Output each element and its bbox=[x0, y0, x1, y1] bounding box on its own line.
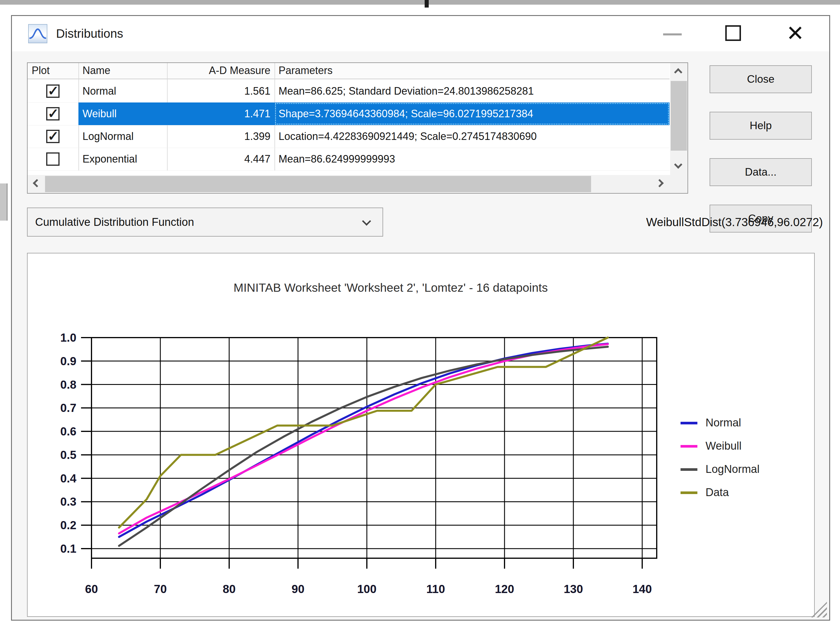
row-divider bbox=[28, 170, 669, 171]
distribution-name: Weibull bbox=[82, 102, 165, 125]
scroll-left-button[interactable] bbox=[28, 175, 44, 193]
legend-item-data: Data bbox=[681, 482, 808, 506]
maximize-button[interactable] bbox=[723, 23, 743, 43]
svg-text:0.6: 0.6 bbox=[60, 425, 76, 438]
column-header-ad-measure[interactable]: A-D Measure bbox=[173, 63, 270, 79]
svg-text:100: 100 bbox=[357, 583, 377, 595]
dropdown-selected-value: Cumulative Distribution Function bbox=[35, 208, 194, 236]
svg-text:0.3: 0.3 bbox=[60, 495, 76, 508]
svg-text:70: 70 bbox=[154, 583, 167, 595]
horizontal-scroll-thumb[interactable] bbox=[45, 176, 591, 192]
svg-text:0.7: 0.7 bbox=[60, 402, 76, 414]
legend-line-swatch bbox=[681, 422, 697, 424]
legend-line-swatch bbox=[681, 492, 697, 494]
legend-label: Normal bbox=[706, 417, 741, 429]
table-row-exponential[interactable]: ✓ Exponential 4.447 Mean=86.624999999993 bbox=[28, 148, 669, 170]
chevron-left-icon bbox=[33, 179, 41, 187]
checkmark-icon: ✓ bbox=[47, 106, 59, 121]
chart-legend: Normal Weibull LogNormal Data bbox=[681, 413, 808, 506]
plot-checkbox[interactable]: ✓ bbox=[46, 107, 60, 120]
chevron-up-icon bbox=[674, 68, 682, 76]
legend-label: Data bbox=[706, 486, 729, 499]
ad-measure-value: 4.447 bbox=[173, 148, 270, 170]
svg-text:1.0: 1.0 bbox=[60, 331, 76, 344]
legend-item-lognormal: LogNormal bbox=[681, 459, 808, 482]
table-header: Plot Name A-D Measure Parameters bbox=[28, 63, 669, 79]
parameters-value: Location=4.42283690921449; Scale=0.27451… bbox=[279, 125, 669, 148]
function-type-dropdown[interactable]: Cumulative Distribution Function bbox=[27, 208, 383, 236]
distribution-name: LogNormal bbox=[82, 125, 165, 148]
window-title: Distributions bbox=[56, 16, 123, 51]
plot-checkbox[interactable]: ✓ bbox=[46, 153, 60, 166]
svg-text:80: 80 bbox=[223, 583, 236, 595]
svg-text:0.9: 0.9 bbox=[60, 355, 76, 367]
column-header-parameters[interactable]: Parameters bbox=[279, 63, 662, 79]
close-window-button[interactable]: ✕ bbox=[782, 19, 808, 48]
svg-text:130: 130 bbox=[564, 583, 583, 595]
ad-measure-value: 1.471 bbox=[173, 102, 270, 125]
ad-measure-value: 1.399 bbox=[173, 125, 270, 148]
close-icon: ✕ bbox=[786, 21, 804, 45]
legend-label: Weibull bbox=[706, 440, 742, 452]
svg-text:120: 120 bbox=[495, 583, 515, 595]
table-row-normal[interactable]: ✓ Normal 1.561 Mean=86.625; Standard Dev… bbox=[28, 80, 669, 102]
scroll-up-button[interactable] bbox=[670, 63, 687, 80]
vertical-scroll-thumb[interactable] bbox=[671, 81, 687, 151]
ad-measure-value: 1.561 bbox=[173, 80, 270, 102]
svg-text:0.4: 0.4 bbox=[60, 472, 76, 485]
svg-text:140: 140 bbox=[633, 583, 652, 595]
bell-curve-icon bbox=[28, 24, 47, 43]
background-window-fragment bbox=[0, 183, 8, 221]
svg-text:0.1: 0.1 bbox=[60, 542, 76, 555]
column-header-name[interactable]: Name bbox=[82, 63, 164, 79]
maximize-icon bbox=[725, 25, 741, 41]
distributions-dialog: Distributions ✕ Plot Name A-D Measure Pa… bbox=[11, 15, 830, 621]
horizontal-scrollbar[interactable] bbox=[28, 175, 670, 193]
svg-text:0.2: 0.2 bbox=[60, 519, 76, 531]
table-row-lognormal[interactable]: ✓ LogNormal 1.399 Location=4.42283690921… bbox=[28, 125, 669, 148]
close-button[interactable]: Close bbox=[710, 65, 812, 93]
distribution-name: Normal bbox=[82, 80, 165, 102]
legend-item-weibull: Weibull bbox=[681, 436, 808, 459]
chevron-down-icon bbox=[362, 217, 371, 225]
legend-line-swatch bbox=[681, 445, 697, 447]
background-cursor-artifact bbox=[425, 0, 429, 8]
svg-text:60: 60 bbox=[85, 583, 98, 595]
data-button[interactable]: Data... bbox=[710, 158, 812, 186]
checkmark-icon: ✓ bbox=[47, 83, 59, 98]
title-bar[interactable]: Distributions ✕ bbox=[12, 16, 829, 51]
svg-text:110: 110 bbox=[426, 583, 445, 595]
plot-checkbox[interactable]: ✓ bbox=[46, 85, 60, 98]
formula-label: WeibullStdDist(3.736946,96.0272) bbox=[646, 211, 823, 233]
help-button[interactable]: Help bbox=[710, 112, 812, 140]
scroll-right-button[interactable] bbox=[653, 175, 670, 193]
parameters-value: Shape=3.73694643360984; Scale=96.0271995… bbox=[279, 102, 669, 125]
legend-label: LogNormal bbox=[706, 463, 759, 476]
table-row-weibull[interactable]: ✓ Weibull 1.471 Shape=3.73694643360984; … bbox=[28, 102, 669, 125]
chart-panel: MINITAB Worksheet 'Worksheet 2', 'Lomtez… bbox=[27, 253, 815, 617]
minimize-icon bbox=[663, 33, 682, 35]
plot-checkbox[interactable]: ✓ bbox=[46, 130, 60, 143]
background-window-edge bbox=[0, 0, 840, 5]
chevron-right-icon bbox=[655, 179, 664, 187]
bell-curve-glyph bbox=[29, 25, 47, 43]
distribution-name: Exponential bbox=[82, 148, 165, 170]
svg-text:0.5: 0.5 bbox=[60, 449, 76, 461]
distribution-table: Plot Name A-D Measure Parameters ✓ Norma… bbox=[27, 62, 688, 194]
minimize-button[interactable] bbox=[662, 25, 684, 43]
checkmark-icon: ✓ bbox=[47, 129, 59, 144]
legend-line-swatch bbox=[681, 468, 697, 471]
vertical-scrollbar[interactable] bbox=[670, 63, 687, 175]
scroll-down-button[interactable] bbox=[670, 158, 687, 175]
parameters-value: Mean=86.625; Standard Deviation=24.80139… bbox=[279, 80, 669, 102]
legend-item-normal: Normal bbox=[681, 413, 808, 436]
parameters-value: Mean=86.624999999993 bbox=[279, 148, 669, 170]
scrollbar-corner bbox=[670, 175, 687, 193]
svg-text:0.8: 0.8 bbox=[60, 378, 76, 391]
svg-text:90: 90 bbox=[292, 583, 305, 595]
chevron-down-icon bbox=[674, 161, 682, 169]
column-header-plot[interactable]: Plot bbox=[32, 63, 75, 79]
